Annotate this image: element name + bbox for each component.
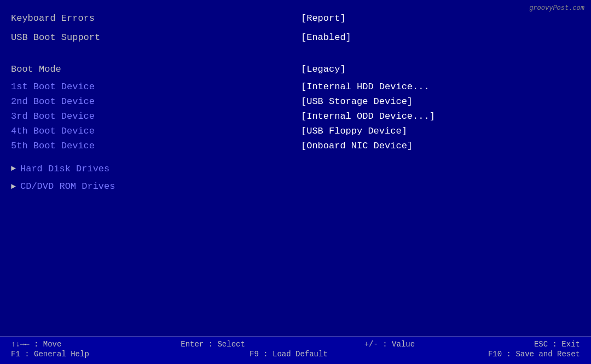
boot-device-4-label: 4th Boot Device [11,124,95,138]
keyboard-errors-row: Keyboard Errors [11,11,290,26]
boot-device-4-row[interactable]: 4th Boot Device [11,124,290,138]
status-bar-content: ↑↓→← : Move Enter : Select +/- : Value E… [11,340,580,360]
boot-device-5-value-row: [Onboard NIC Device] [301,138,580,153]
boot-device-3-value: [Internal ODD Device...] [301,109,435,124]
usb-boot-support-row: USB Boot Support [11,30,290,45]
boot-mode-value-row: [Legacy] [301,62,580,77]
value-key: +/- : Value [364,340,415,349]
keyboard-errors-value: [Report] [301,11,346,26]
boot-device-5-value: [Onboard NIC Device] [301,138,413,153]
boot-device-5-row[interactable]: 5th Boot Device [11,138,290,153]
cdvdrom-drives-label: CD/DVD ROM Drives [20,179,115,195]
f9-shortcut: F9 : Load Default [250,350,328,359]
boot-device-3-label: 3rd Boot Device [11,109,95,124]
boot-mode-value: [Legacy] [301,62,346,77]
bios-screen: groovyPost.com Keyboard Errors USB Boot … [0,0,591,364]
boot-device-3-row[interactable]: 3rd Boot Device [11,109,290,124]
left-settings: Keyboard Errors USB Boot Support [11,11,296,49]
boot-device-5-label: 5th Boot Device [11,138,95,153]
keyboard-errors-label: Keyboard Errors [11,11,95,26]
boot-labels: Boot Mode 1st Boot Device 2nd Boot Devic… [11,62,296,153]
drive-submenu-section: ► Hard Disk Drives ► CD/DVD ROM Drives [11,161,580,195]
boot-device-2-row[interactable]: 2nd Boot Device [11,94,290,109]
f9-key: F9 : Load Default [250,350,328,359]
boot-device-4-value: [USB Floppy Device] [301,124,407,138]
boot-device-1-row[interactable]: 1st Boot Device [11,79,290,94]
hard-disk-drives-label: Hard Disk Drives [20,161,109,177]
boot-values: [Legacy] [Internal HDD Device... [USB St… [296,62,580,153]
status-row-1: ↑↓→← : Move Enter : Select +/- : Value E… [11,340,580,349]
arrow-icon-cdrom: ► [11,180,16,194]
boot-device-1-label: 1st Boot Device [11,79,95,94]
arrow-icon-hdd: ► [11,162,16,176]
select-key: Enter : Select [181,340,245,349]
watermark: groovyPost.com [529,4,584,12]
boot-mode-label: Boot Mode [11,62,61,77]
boot-device-1-value: [Internal HDD Device... [301,79,430,94]
keyboard-errors-value-row: [Report] [301,11,580,26]
boot-device-4-value-row: [USB Floppy Device] [301,124,580,138]
select-shortcut: Enter : Select [181,340,245,349]
boot-mode-row: Boot Mode [11,62,290,77]
esc-key: ESC : Exit [534,340,580,349]
usb-boot-label: USB Boot Support [11,30,100,45]
f10-key: F10 : Save and Reset [488,350,580,359]
cdvdrom-drives-item[interactable]: ► CD/DVD ROM Drives [11,179,580,195]
move-shortcut: ↑↓→← : Move [11,340,61,349]
f10-shortcut: F10 : Save and Reset [488,350,580,359]
right-settings: [Report] [Enabled] [296,11,580,49]
f1-key: F1 : General Help [11,350,89,359]
value-shortcut: +/- : Value [364,340,415,349]
boot-device-2-label: 2nd Boot Device [11,94,95,109]
f1-shortcut: F1 : General Help [11,350,89,359]
status-row-2: F1 : General Help F9 : Load Default F10 … [11,350,580,359]
esc-shortcut: ESC : Exit [534,340,580,349]
boot-device-2-value-row: [USB Storage Device] [301,94,580,109]
usb-boot-value: [Enabled] [301,30,351,45]
boot-device-1-value-row: [Internal HDD Device... [301,79,580,94]
hard-disk-drives-item[interactable]: ► Hard Disk Drives [11,161,580,177]
boot-settings-section: Boot Mode 1st Boot Device 2nd Boot Devic… [11,62,580,153]
boot-device-3-value-row: [Internal ODD Device...] [301,109,580,124]
boot-device-2-value: [USB Storage Device] [301,94,413,109]
usb-boot-support-value-row: [Enabled] [301,30,580,45]
status-bar: ↑↓→← : Move Enter : Select +/- : Value E… [0,336,591,364]
move-key: ↑↓→← : Move [11,340,61,349]
